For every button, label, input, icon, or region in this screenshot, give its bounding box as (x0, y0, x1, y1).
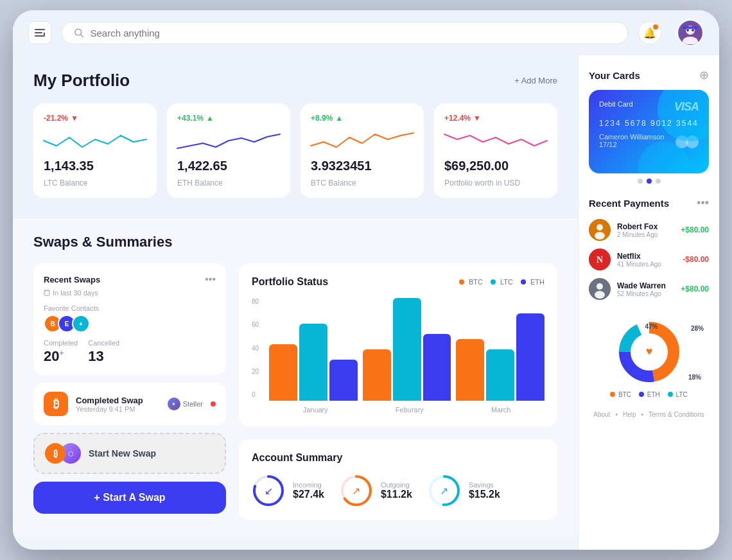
bars-container: January Feburary March (269, 298, 545, 414)
donut-legend-btc: BTC (610, 391, 631, 398)
summary-items: ↙ Incoming $27.4k (252, 474, 545, 507)
legend-btc: BTC (459, 278, 483, 286)
swaps-left: Recent Swaps ••• In last 30 days (33, 263, 226, 520)
eth-value: 1,422.65 (177, 159, 280, 173)
outgoing-text: Outgoing $11.2k (381, 481, 412, 500)
top-bar: 🔔 (13, 10, 719, 55)
payment-item-wade: Wade Warren 52 Minutes Ago +$80.00 (589, 274, 709, 304)
portfolio-card-eth: +43.1% ▲ 1,422.65 ETH Balance (167, 103, 290, 198)
btc-swap-icon: ₿ (44, 392, 68, 416)
app-container: 🔔 My Portfolio + Add More (13, 10, 719, 550)
savings-text: Savings $15.2k (469, 481, 500, 500)
wade-avatar (589, 278, 611, 300)
bar-jan-eth (329, 360, 358, 401)
portfolio-card-btc: +8.9% ▲ 3.9323451 BTC Balance (301, 103, 424, 198)
bar-group-march (456, 313, 545, 401)
cancelled-label: Cancelled (88, 339, 119, 347)
recent-swaps-title: Recent Swaps (44, 275, 100, 284)
svg-rect-0 (35, 29, 45, 30)
btc-value: 3.9323451 (311, 159, 414, 173)
settings-icon[interactable]: ⊕ (699, 68, 709, 82)
donut-legend-ltc: LTC (668, 391, 688, 398)
bar-feb-eth (423, 334, 451, 401)
svg-text:♥: ♥ (645, 345, 652, 358)
svg-point-28 (595, 291, 605, 299)
svg-point-10 (692, 29, 694, 31)
swap-icons: ₿ ⬡ (45, 443, 81, 464)
wade-amount: +$80.00 (681, 284, 709, 293)
menu-button[interactable] (28, 21, 51, 44)
footer-terms[interactable]: Terms & Conditions (649, 411, 704, 418)
robert-name: Robert Fox (617, 222, 674, 231)
outgoing-circle: ↗ (340, 474, 373, 507)
account-summary-card: Account Summary ↙ (239, 439, 557, 520)
btc-label: BTC Balance (311, 179, 414, 188)
card-dots (589, 179, 709, 184)
svg-rect-1 (35, 32, 42, 33)
svg-rect-11 (683, 26, 698, 29)
donut-ltc-label: 18% (688, 374, 701, 381)
wade-time: 52 Minutes Ago (617, 290, 674, 297)
netflix-avatar: N (589, 249, 611, 270)
portfolio-header: My Portfolio + Add More (33, 71, 557, 91)
bar-group-feburary (363, 298, 451, 401)
start-new-swap-card[interactable]: ₿ ⬡ Start New Swap (33, 433, 226, 474)
add-more-button[interactable]: + Add More (514, 76, 557, 85)
search-bar[interactable] (62, 22, 628, 44)
bar-group-january (269, 324, 358, 401)
incoming-circle: ↙ (252, 474, 285, 507)
y-axis: 80 60 40 20 0 (252, 298, 259, 401)
footer-sep-2: • (641, 411, 644, 418)
favorites-label: Favorite Contacts (44, 304, 216, 312)
incoming-text: Incoming $27.4k (293, 481, 324, 500)
search-icon (74, 28, 84, 38)
card-number: 1234 5678 9012 3544 (599, 119, 699, 128)
donut-btc-label: 47% (645, 323, 658, 330)
robert-amount: +$80.00 (681, 225, 709, 234)
footer-help[interactable]: Help (623, 411, 636, 418)
swaps-stats: Completed 20+ Cancelled 13 (44, 339, 216, 365)
your-cards-title: Your Cards (589, 70, 640, 81)
search-input[interactable] (91, 28, 616, 39)
svg-text:N: N (597, 255, 603, 265)
card-dot-1[interactable] (638, 179, 643, 184)
start-swap-button[interactable]: + Start A Swap (33, 482, 226, 514)
more-options-button[interactable]: ••• (205, 274, 216, 285)
portfolio-cards: -21.2% ▼ 1,143.35 LTC Balance +43.1% (33, 103, 557, 198)
svg-rect-12 (44, 290, 49, 295)
cancelled-stat: Cancelled 13 (88, 339, 119, 365)
portfolio-status-card: Portfolio Status BTC LTC (239, 263, 557, 426)
svg-point-23 (595, 232, 605, 240)
card-dot-2[interactable] (647, 179, 652, 184)
btc-swap-pair-icon: ₿ (45, 443, 65, 464)
completed-stat: Completed 20+ (44, 339, 78, 365)
summary-outgoing: ↗ Outgoing $11.2k (340, 474, 412, 507)
notification-button[interactable]: 🔔 (638, 21, 661, 44)
footer-sep-1: • (615, 411, 618, 418)
bar-labels: January Feburary March (269, 406, 545, 414)
card-container: Debit Card VISA 1234 5678 9012 3544 Came… (589, 90, 709, 184)
contact-avatar-3: + (72, 315, 90, 333)
swap-time: Yesterday 9:41 PM (76, 405, 160, 413)
cancelled-value: 13 (88, 348, 119, 365)
footer-about[interactable]: About (593, 411, 610, 418)
your-cards-section: Your Cards ⊕ Debit Card VISA 1234 5678 9… (589, 68, 709, 184)
legend-eth: ETH (521, 278, 545, 286)
stellar-badge: ✦ Steller (168, 398, 203, 410)
start-new-label: Start New Swap (89, 448, 156, 459)
svg-point-9 (686, 29, 689, 31)
donut-chart: ♥ 47% 28% 18% (589, 317, 709, 387)
bar-mar-btc (456, 339, 484, 401)
recent-payments-header: Recent Payments ••• (589, 197, 709, 210)
netflix-info: Netflix 41 Minutes Ago (617, 252, 676, 268)
portfolio-section: My Portfolio + Add More -21.2% ▼ 1,143.3… (13, 55, 578, 218)
avatar (677, 19, 704, 46)
bar-chart (269, 298, 545, 401)
card-dot-3[interactable] (656, 179, 661, 184)
usd-value: $69,250.00 (444, 159, 547, 173)
recent-payments-title: Recent Payments (589, 198, 669, 209)
footer-links: About • Help • Terms & Conditions (589, 411, 709, 418)
right-sidebar: Your Cards ⊕ Debit Card VISA 1234 5678 9… (578, 55, 719, 550)
payments-more-button[interactable]: ••• (697, 197, 709, 210)
chart-header: Portfolio Status BTC LTC (252, 276, 545, 288)
